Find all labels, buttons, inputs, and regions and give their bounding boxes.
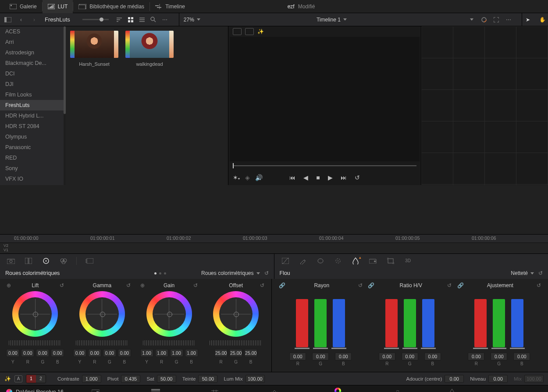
hue-value[interactable]: 50.00 bbox=[198, 375, 217, 383]
channel-value[interactable]: 0.00 bbox=[424, 353, 441, 360]
viewer-mode-icon[interactable] bbox=[233, 28, 242, 35]
reset-icon[interactable]: ↺ bbox=[264, 270, 269, 276]
reset-icon[interactable]: ↺ bbox=[192, 282, 199, 289]
channel-value[interactable]: 0.00 bbox=[21, 349, 34, 357]
sidebar-item[interactable]: Olympus bbox=[0, 132, 66, 142]
wheels-mode-dropdown[interactable]: Roues colorimétriques bbox=[201, 270, 260, 276]
sidebar-item[interactable]: DCI bbox=[0, 68, 66, 79]
sort-icon[interactable] bbox=[114, 14, 125, 25]
channel-bar[interactable] bbox=[511, 299, 523, 347]
auto-a-icon[interactable]: A bbox=[14, 375, 22, 382]
channel-bar[interactable] bbox=[404, 299, 416, 347]
lut-thumbnail[interactable]: walkingdead bbox=[125, 31, 174, 67]
nav-back-icon[interactable]: ‹ bbox=[16, 14, 26, 25]
channel-value[interactable]: 0.00 bbox=[335, 353, 352, 360]
deliver-page-icon[interactable] bbox=[449, 388, 465, 392]
reset-icon[interactable]: ↺ bbox=[538, 270, 543, 276]
channel-bar[interactable] bbox=[493, 299, 505, 347]
sizing-icon[interactable] bbox=[386, 256, 395, 266]
layers-icon[interactable]: ◈ bbox=[245, 174, 250, 181]
channel-value[interactable]: 1.00 bbox=[170, 349, 183, 357]
channel-value[interactable]: 0.00 bbox=[468, 353, 484, 360]
sat-value[interactable]: 50.00 bbox=[157, 375, 176, 383]
channel-value[interactable]: 0.00 bbox=[312, 353, 329, 360]
color-match-icon[interactable] bbox=[24, 256, 33, 266]
lut-thumbnail[interactable]: Harsh_Sunset bbox=[70, 31, 118, 67]
lut-tab[interactable]: LUT bbox=[43, 0, 73, 13]
pivot-value[interactable]: 0.435 bbox=[121, 375, 140, 383]
pointer-icon[interactable]: ➤ bbox=[523, 14, 533, 25]
node-graph[interactable] bbox=[421, 26, 548, 185]
key-icon[interactable] bbox=[368, 256, 378, 266]
channel-value[interactable]: 25.00 bbox=[229, 349, 242, 357]
timeline-ruler[interactable]: 01:00:00:00 01:00:00:01 01:00:00:02 01:0… bbox=[0, 234, 548, 243]
channel-bar[interactable] bbox=[314, 299, 327, 347]
panel-toggle-icon[interactable] bbox=[3, 14, 13, 25]
bypass-icon[interactable] bbox=[479, 14, 489, 25]
channel-value[interactable]: 1.00 bbox=[155, 349, 168, 357]
sidebar-item[interactable]: Panasonic bbox=[0, 142, 66, 153]
scrollbar-thumb[interactable] bbox=[64, 26, 66, 114]
channel-value[interactable]: 0.00 bbox=[36, 349, 49, 357]
stop-icon[interactable]: ■ bbox=[316, 174, 320, 181]
thumbnail-size-slider[interactable] bbox=[82, 19, 109, 20]
media-page-icon[interactable] bbox=[92, 389, 107, 392]
color-wheel[interactable] bbox=[79, 291, 125, 337]
viewer-split-icon[interactable] bbox=[245, 28, 254, 35]
color-wheels-icon[interactable] bbox=[41, 256, 51, 266]
reset-icon[interactable]: ↺ bbox=[259, 282, 266, 289]
sidebar-item[interactable]: VFX IO bbox=[0, 174, 66, 184]
channel-value[interactable]: 25.00 bbox=[214, 349, 228, 357]
sidebar-item[interactable]: ACES bbox=[0, 26, 66, 37]
list-view-icon[interactable] bbox=[137, 14, 147, 25]
stereo-3d-icon[interactable]: 3D bbox=[403, 256, 413, 266]
search-icon[interactable] bbox=[148, 14, 159, 25]
audio-icon[interactable]: 🔊 bbox=[255, 174, 263, 181]
channel-value[interactable]: 0.00 bbox=[51, 349, 64, 357]
media-library-tab[interactable]: Bibliothèque de médias bbox=[73, 0, 149, 13]
sidebar-item[interactable]: HDR ST 2084 bbox=[0, 121, 66, 132]
scrollbar-track[interactable] bbox=[64, 26, 66, 185]
channel-value[interactable]: 0.00 bbox=[118, 349, 131, 357]
blur-icon[interactable]: ▴ bbox=[351, 256, 360, 266]
color-wheel[interactable] bbox=[12, 291, 58, 337]
picker-icon[interactable]: ⊕ bbox=[5, 282, 12, 289]
edit-page-icon[interactable] bbox=[211, 389, 227, 392]
timeline-dropdown[interactable]: Timeline 1 bbox=[317, 17, 347, 23]
rgb-mixer-icon[interactable] bbox=[59, 256, 68, 266]
first-frame-icon[interactable]: ⏮ bbox=[289, 174, 295, 181]
expand-icon[interactable] bbox=[466, 14, 477, 25]
channel-value[interactable]: 0.00 bbox=[402, 353, 418, 360]
motion-effects-icon[interactable] bbox=[85, 256, 94, 266]
loop-icon[interactable]: ↺ bbox=[355, 174, 360, 181]
color-wheel[interactable] bbox=[146, 291, 192, 337]
channel-value[interactable]: 0.00 bbox=[513, 353, 530, 360]
soften-value[interactable]: 0.00 bbox=[445, 375, 464, 383]
hand-icon[interactable]: ✋ bbox=[537, 14, 548, 25]
last-frame-icon[interactable]: ⏭ bbox=[341, 174, 347, 181]
sidebar-item[interactable]: RED bbox=[0, 153, 66, 163]
cut-page-icon[interactable] bbox=[151, 389, 167, 392]
sidebar-item[interactable]: DJI bbox=[0, 79, 66, 89]
picker-icon[interactable]: ⊕ bbox=[139, 282, 146, 289]
timeline-tab[interactable]: Timeline bbox=[150, 0, 190, 13]
sidebar-item[interactable]: FreshLuts bbox=[0, 100, 66, 110]
channel-value[interactable]: 1.00 bbox=[140, 349, 153, 357]
blur-mode-dropdown[interactable]: Netteté bbox=[511, 270, 534, 276]
play-reverse-icon[interactable]: ◀ bbox=[303, 174, 308, 181]
window-icon[interactable] bbox=[316, 256, 325, 266]
channel-value[interactable]: 0.00 bbox=[88, 349, 101, 357]
nav-forward-icon[interactable]: › bbox=[29, 14, 39, 25]
channel-bar[interactable] bbox=[333, 299, 345, 347]
sidebar-item[interactable]: Film Looks bbox=[0, 89, 66, 100]
jog-strip[interactable] bbox=[76, 340, 128, 346]
reset-icon[interactable]: ↺ bbox=[358, 282, 363, 289]
level-value[interactable]: 0.00 bbox=[488, 375, 508, 383]
more-icon[interactable]: ⋯ bbox=[503, 14, 514, 25]
contrast-value[interactable]: 1.000 bbox=[82, 375, 101, 383]
channel-bar[interactable] bbox=[385, 299, 398, 347]
channel-value[interactable]: 0.00 bbox=[6, 349, 19, 357]
fusion-page-icon[interactable] bbox=[270, 389, 286, 392]
color-page-icon[interactable] bbox=[330, 388, 345, 392]
reset-icon[interactable]: ↺ bbox=[447, 282, 452, 289]
